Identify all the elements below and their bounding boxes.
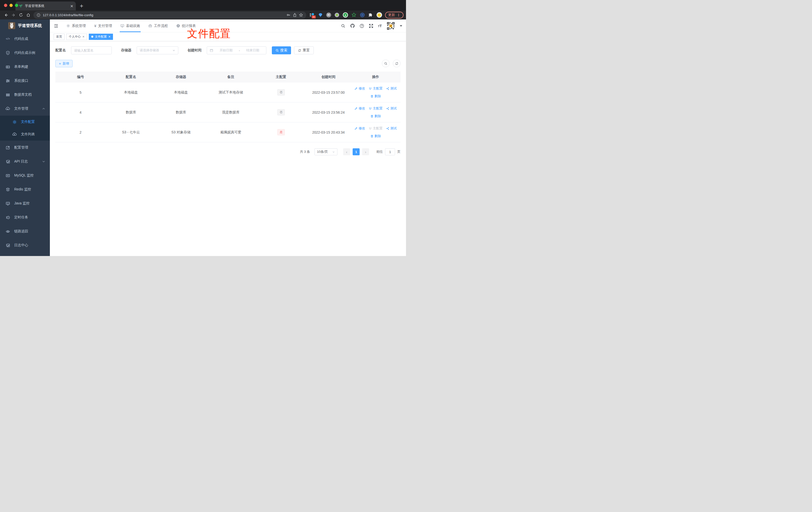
prev-page-button[interactable]: ‹ (343, 148, 350, 155)
test-link[interactable]: 测试 (386, 126, 397, 131)
close-icon[interactable]: ✕ (108, 35, 111, 38)
search-icon (276, 49, 279, 52)
tag-profile[interactable]: 个人中心 ✕ (66, 34, 87, 40)
reset-button[interactable]: 重置 (294, 47, 314, 54)
minimize-window-button[interactable] (9, 4, 13, 7)
table-row: 5 本地磁盘 本地磁盘 测试下本地存储 否 2022-03-15 23:57:0… (55, 83, 401, 102)
close-window-button[interactable] (4, 4, 7, 7)
date-range-picker[interactable]: 开始日期 - 结束日期 (207, 47, 266, 54)
cell-storage: 本地磁盘 (156, 90, 206, 95)
sidebar: 芋道管理系统 </> 代码生成 代码生成示例 表单构建 (0, 20, 50, 256)
browser-tab[interactable]: 芋道管理系统 ✕ (16, 1, 76, 10)
refresh-table-button[interactable] (393, 60, 401, 67)
bookmark-star-icon[interactable] (299, 13, 303, 17)
user-avatar[interactable] (386, 22, 395, 30)
info-icon[interactable] (37, 13, 40, 17)
reload-button[interactable] (17, 13, 25, 17)
sidebar-item-mysql-monitor[interactable]: MySQL 监控 (0, 169, 50, 182)
edit-link[interactable]: 修改 (354, 86, 365, 91)
sidebar-item-config-management[interactable]: 配置管理 (0, 141, 50, 155)
master-link[interactable]: 主配置 (369, 106, 382, 111)
font-size-icon[interactable]: TT (378, 24, 382, 28)
sidebar-item-java-monitor[interactable]: Java 监控 (0, 197, 50, 210)
zoom-window-button[interactable] (15, 4, 18, 7)
share-icon[interactable] (293, 13, 297, 17)
sidebar-item-api-log[interactable]: API 日志 (0, 155, 50, 169)
page-size-select[interactable]: 10条/页 (315, 148, 338, 155)
url-bar[interactable]: 127.0.0.1:1024/infra/file/file-config (33, 11, 306, 19)
sidebar-item-file-management[interactable]: 文件管理 (0, 102, 50, 116)
monitor-check-icon (120, 24, 124, 28)
ext-tracker-target-icon[interactable] (359, 12, 365, 18)
search-icon[interactable] (341, 24, 345, 28)
storage-select[interactable]: 请选择存储器 (137, 47, 178, 54)
tab-close-icon[interactable]: ✕ (70, 4, 73, 8)
browser-tab-strip: 芋道管理系统 ✕ + (0, 0, 406, 10)
cell-name: 本地磁盘 (106, 90, 156, 95)
puzzle-icon[interactable] (368, 12, 374, 18)
col-header-actions: 操作 (351, 75, 401, 79)
profile-face-icon[interactable] (377, 12, 382, 18)
sidebar-item-redis-monitor[interactable]: Redis 监控 (0, 182, 50, 197)
delete-link[interactable]: 删除 (370, 134, 381, 138)
goto-page-input[interactable] (385, 148, 395, 155)
ext-y-circle-icon[interactable]: y (343, 12, 348, 18)
browser-menu-icon[interactable]: ⋮ (397, 13, 401, 17)
sidebar-item-file-list[interactable]: 文件列表 (0, 128, 50, 141)
edit-link[interactable]: 修改 (354, 106, 365, 111)
test-link[interactable]: 测试 (386, 86, 397, 91)
tag-file-config[interactable]: 文件配置 ✕ (89, 34, 113, 40)
sidebar-item-system-api[interactable]: 系统接口 (0, 74, 50, 88)
fullscreen-icon[interactable] (369, 24, 373, 28)
ext-green-star-icon[interactable] (351, 12, 357, 18)
master-link[interactable]: 主配置 (369, 86, 382, 91)
data-table: 编号 配置名 存储器 备注 主配置 创建时间 操作 5 本地磁盘 本地磁盘 测试… (55, 71, 401, 142)
edit-link[interactable]: 修改 (354, 126, 365, 131)
delete-link[interactable]: 删除 (370, 114, 381, 118)
forward-button[interactable] (10, 13, 18, 17)
ext-command-icon[interactable]: ⌘ (326, 12, 331, 18)
sidebar-collapse-button[interactable] (54, 24, 59, 28)
search-button[interactable]: 搜索 (272, 47, 291, 54)
page-number-button[interactable]: 1 (353, 148, 359, 155)
new-tab-button[interactable]: + (80, 3, 83, 9)
master-badge: 否 (277, 109, 285, 115)
update-button[interactable]: 更新 ⋮ (385, 12, 404, 19)
cell-storage: S3 对象存储 (156, 130, 206, 134)
key-icon[interactable] (287, 13, 291, 17)
next-page-button[interactable]: › (362, 148, 369, 155)
tag-home[interactable]: 首页 (54, 34, 65, 40)
col-header-storage: 存储器 (156, 75, 206, 79)
back-button[interactable] (2, 13, 10, 17)
delete-link[interactable]: 删除 (370, 94, 381, 98)
close-icon[interactable]: ✕ (82, 35, 85, 38)
sidebar-item-log-center[interactable]: 日志中心 (0, 238, 50, 252)
sidebar-item-scheduled-tasks[interactable]: 定时任务 (0, 210, 50, 224)
test-link[interactable]: 测试 (386, 106, 397, 111)
sidebar-item-file-config[interactable]: 文件配置 (0, 116, 50, 128)
sidebar-nav: </> 代码生成 代码生成示例 表单构建 (0, 32, 50, 252)
sidebar-item-db-doc[interactable]: 数据库文档 (0, 88, 50, 102)
sidebar-item-code-demo[interactable]: 代码生成示例 (0, 46, 50, 60)
ext-gem-icon[interactable] (318, 12, 323, 18)
sidebar-logo[interactable]: 芋道管理系统 (0, 20, 50, 32)
github-icon[interactable] (350, 24, 355, 28)
topnav-workflow[interactable]: 工作流程 (144, 20, 172, 32)
sidebar-item-tracing[interactable]: 链路追踪 (0, 224, 50, 238)
goto-label: 前往 (376, 150, 383, 154)
help-icon[interactable] (359, 24, 364, 28)
sidebar-item-form-builder[interactable]: 表单构建 (0, 60, 50, 74)
ext-record-icon[interactable] (334, 12, 340, 18)
topnav-payment[interactable]: ¥ 支付管理 (90, 20, 116, 32)
topnav-infrastructure[interactable]: 基础设施 (116, 20, 144, 32)
ext-squares-diamond-icon[interactable]: 11 (309, 12, 315, 18)
topnav-system[interactable]: 系统管理 (62, 20, 90, 32)
search-toggle-button[interactable] (382, 60, 389, 67)
url-text[interactable]: 127.0.0.1:1024/infra/file/file-config (42, 13, 284, 17)
home-button[interactable] (25, 13, 32, 17)
sidebar-item-code-gen[interactable]: </> 代码生成 (0, 32, 50, 46)
add-button[interactable]: + 新增 (55, 60, 72, 67)
ext-badge: 11 (312, 16, 316, 19)
avatar-caret-icon[interactable] (400, 25, 402, 27)
config-name-input[interactable] (71, 47, 112, 54)
